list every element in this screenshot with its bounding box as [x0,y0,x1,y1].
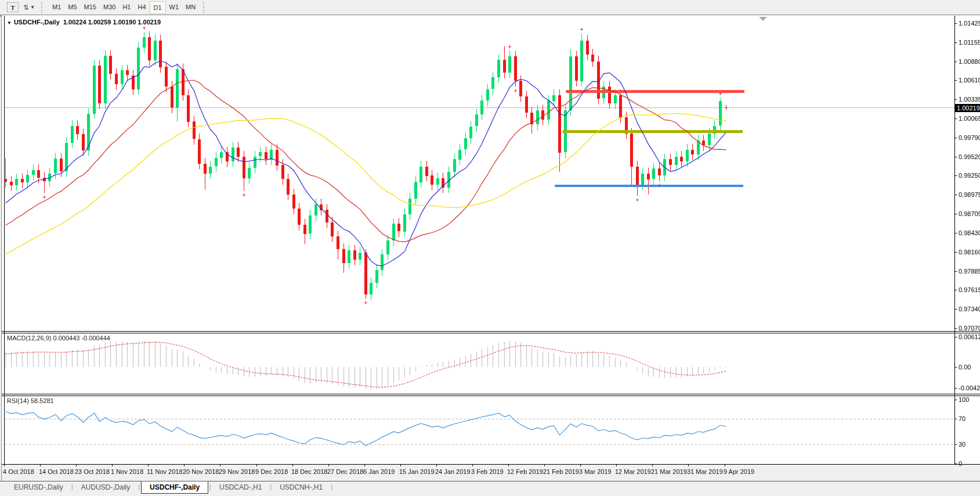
price-axis-label: 0.97885 [959,268,980,275]
timeframe-button-m5[interactable]: M5 [64,1,80,13]
chart-tab-bar: EURUSD-,Daily|AUDUSD-,Daily|USDCHF-,Dail… [0,481,980,496]
macd-axis-label: 0.006125 [959,333,980,340]
timeframe-button-w1[interactable]: W1 [166,1,183,13]
price-axis-label: 0.97340 [959,305,980,312]
window-border-left [1,15,2,481]
date-axis-label: 18 Dec 2018 [291,468,327,475]
date-axis-label: 27 Dec 2018 [327,468,363,475]
date-axis-label: 9 Dec 2018 [255,468,288,475]
date-axis-label: 20 Nov 2018 [183,468,219,475]
price-axis-tick [954,195,957,195]
price-axis-label: 0.97615 [959,286,980,293]
date-axis-label: 29 Nov 2018 [219,468,255,475]
price-axis-tick [954,80,957,81]
price-axis-tick [954,157,957,157]
tab-usdcad-h1[interactable]: USDCAD-,H1 [212,481,269,494]
price-axis-tick [954,99,957,100]
price-axis-tick [954,290,957,290]
timeframe-toolbar: M1M5M15M30H1H4D1W1MN [49,1,199,14]
macd-axis-tick [954,367,957,368]
tab-audusd-daily[interactable]: AUDUSD-,Daily [74,481,138,494]
date-axis-label: 4 Oct 2018 [3,468,34,475]
price-axis-label: 0.97070 [959,325,980,332]
date-axis-tick [616,464,617,466]
price-axis-label: 0.98705 [959,210,980,217]
date-axis-tick [220,464,220,466]
chart-symbol-label: USDCHF-,Daily [14,19,60,26]
date-axis-tick [4,464,5,466]
panel-separator[interactable] [2,394,980,394]
date-axis-label: 15 Jan 2019 [399,468,435,475]
date-axis-label: 31 Mar 2019 [687,468,723,475]
timeframe-button-m30[interactable]: M30 [100,1,119,13]
price-axis-label: 0.99790 [959,134,980,141]
tab-separator: | [269,481,273,494]
macd-axis-tick [954,337,957,337]
tab-separator: | [208,481,212,494]
price-axis-tick [954,175,957,176]
price-axis-tick [954,233,957,233]
rsi-axis-label: 0 [959,460,962,467]
price-axis-line [954,16,955,465]
price-axis-label: 0.99250 [959,172,980,179]
panel-separator[interactable] [2,333,980,333]
rsi-axis-tick [954,463,957,464]
current-price-badge: 1.00219 [955,104,980,112]
rsi-axis-tick [954,400,957,400]
macd-axis-label: 0.00 [959,364,971,371]
date-axis-tick [725,464,725,466]
price-axis-tick [954,252,957,253]
date-axis-label: 21 Feb 2019 [543,468,579,475]
price-axis-tick [954,23,957,24]
timeframe-button-m15[interactable]: M15 [81,1,100,13]
date-axis-tick [40,464,41,466]
timeframe-button-mn[interactable]: MN [182,1,199,13]
price-axis-label: 1.01155 [959,39,980,46]
chart-title[interactable]: ▼USDCHF-,Daily 1.00224 1.00259 1.00190 1… [7,19,161,26]
date-axis-label: 21 Mar 2019 [651,468,687,475]
mt4-terminal: { "toolbar": { "text_tool_label": "T", "… [0,0,980,496]
price-axis-label: 1.00335 [959,96,980,103]
rsi-indicator-label: RSI(14) 58.5281 [7,397,54,404]
date-axis-label: 6 Jan 2019 [363,468,395,475]
date-axis-label: 3 Mar 2019 [579,468,612,475]
timeframe-button-h4[interactable]: H4 [134,1,149,13]
price-axis-tick [954,271,957,272]
chart-frame-left [4,16,5,465]
tab-separator: | [70,481,74,494]
date-axis-label: 12 Feb 2019 [507,468,543,475]
date-axis-tick [364,464,365,466]
date-axis-label: 14 Oct 2018 [39,468,74,475]
tab-eurusd-daily[interactable]: EURUSD-,Daily [7,481,70,494]
date-axis-label: 23 Oct 2018 [75,468,110,475]
price-axis-label: 1.00610 [959,77,980,84]
panel-separator[interactable] [2,396,980,396]
tab-usdchf-daily[interactable]: USDCHF-,Daily [141,481,208,494]
date-axis-tick [508,464,509,466]
timeframe-button-d1[interactable]: D1 [150,1,166,14]
price-axis-tick [954,214,957,214]
cursor-mode-button[interactable]: ⇅ ▼ [21,2,37,13]
date-axis-tick [292,464,293,466]
date-axis-tick [148,464,149,466]
macd-indicator-label: MACD(12,26,9) 0.000443 -0.000444 [7,335,110,342]
chart-background [2,16,980,464]
date-axis-label: 11 Nov 2018 [147,468,183,475]
timeframe-button-h1[interactable]: H1 [119,1,134,13]
date-axis-tick [580,464,581,466]
price-axis-label: 1.00880 [959,58,980,65]
text-tool-icon: T [7,2,19,12]
date-axis-label: 3 Feb 2019 [471,468,504,475]
date-axis-tick [76,464,77,466]
rsi-axis-label: 30 [959,441,965,448]
date-axis-tick [688,464,689,466]
tabs: EURUSD-,Daily|AUDUSD-,Daily|USDCHF-,Dail… [7,481,334,494]
date-axis-tick [652,464,653,466]
panel-separator[interactable] [2,331,980,332]
toolbar-grip [41,2,45,13]
text-tool-button[interactable]: T [5,2,20,13]
arrows-icon: ⇅ [23,3,28,12]
tab-usdcnh-h1[interactable]: USDCNH-,H1 [273,481,330,494]
timeframe-button-m1[interactable]: M1 [49,1,64,13]
macd-values: 0.000443 -0.000444 [53,335,110,342]
